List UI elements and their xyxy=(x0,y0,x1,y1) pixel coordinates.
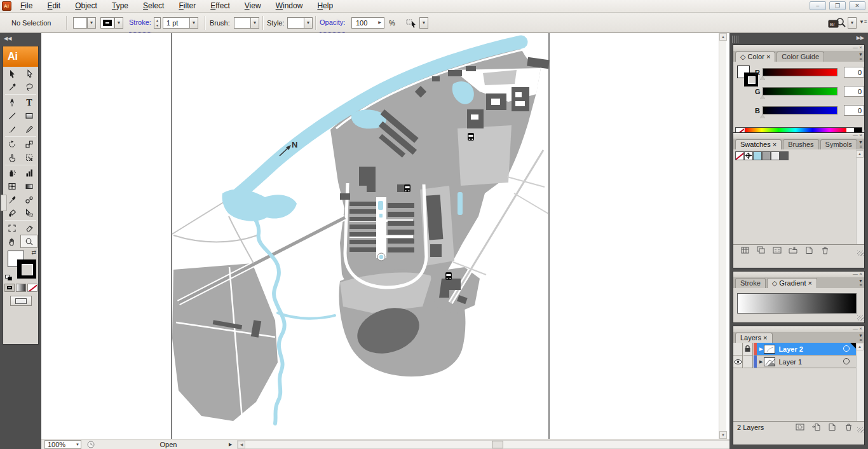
tab-color-guide[interactable]: Color Guide xyxy=(776,52,824,62)
zoom-level-combo[interactable]: 100% ▼ xyxy=(44,440,81,449)
stroke-link[interactable]: Stroke: xyxy=(129,13,151,32)
rotate-tool-icon[interactable] xyxy=(3,137,20,151)
tools-collapse-button[interactable]: ◀◀ xyxy=(0,34,41,43)
eraser-tool-icon[interactable] xyxy=(20,221,37,235)
document-canvas[interactable]: N xyxy=(41,33,719,439)
chevron-down-icon[interactable]: ▼ xyxy=(304,18,312,28)
layer-row-layer1[interactable]: ▶ Layer 1 xyxy=(733,356,856,368)
opacity-field[interactable]: 100 ▶ xyxy=(351,17,384,29)
tab-color[interactable]: ◇ Color × xyxy=(735,52,775,62)
default-fill-stroke-icon[interactable] xyxy=(5,275,13,281)
swatch-options-icon[interactable] xyxy=(770,246,784,256)
tab-symbols[interactable]: Symbols xyxy=(820,139,857,149)
stroke-weight-stepper[interactable]: ▲ ▼ xyxy=(154,17,161,29)
chevron-down-icon[interactable]: ▼ xyxy=(848,18,856,28)
menu-type[interactable]: Type xyxy=(105,0,135,12)
close-icon[interactable]: × xyxy=(773,141,776,148)
panel-menu-icon[interactable]: ▼≡ xyxy=(858,333,863,342)
scale-tool-icon[interactable] xyxy=(20,137,37,151)
symbol-sprayer-tool-icon[interactable] xyxy=(3,166,20,179)
chevron-down-icon[interactable]: ▼ xyxy=(87,18,95,28)
delete-layer-icon[interactable] xyxy=(841,423,855,432)
gradient-mode-button[interactable] xyxy=(16,284,26,292)
lasso-tool-icon[interactable] xyxy=(20,80,37,93)
stroke-dropdown[interactable]: ▼ xyxy=(114,17,123,29)
tab-layers[interactable]: Layers × xyxy=(735,333,773,343)
restore-button[interactable]: ❐ xyxy=(829,1,846,10)
blue-slider[interactable] xyxy=(763,106,837,114)
horizontal-scroll-thumb[interactable] xyxy=(492,441,503,448)
menu-view[interactable]: View xyxy=(238,0,268,12)
dock-grip[interactable] xyxy=(732,36,738,43)
menu-help[interactable]: Help xyxy=(311,0,339,12)
spin-up-icon[interactable]: ▲ xyxy=(154,18,160,23)
tab-stroke[interactable]: Stroke xyxy=(735,278,766,288)
crop-area-tool-icon[interactable] xyxy=(3,221,20,235)
red-slider-thumb[interactable] xyxy=(760,76,765,80)
layer-row-layer2[interactable]: ▶ Layer 2 xyxy=(733,343,856,356)
panel-close-icon[interactable]: × xyxy=(859,45,862,50)
fill-swatch[interactable] xyxy=(73,17,87,29)
menu-edit[interactable]: Edit xyxy=(41,0,67,12)
new-layer-icon[interactable] xyxy=(825,423,839,432)
visibility-toggle[interactable] xyxy=(733,343,743,356)
panel-minimize-icon[interactable]: — xyxy=(853,132,858,138)
mesh-tool-icon[interactable] xyxy=(3,179,20,193)
tab-brushes[interactable]: Brushes xyxy=(783,139,818,149)
status-text[interactable]: Open xyxy=(111,440,226,449)
panel-close-icon[interactable]: × xyxy=(859,271,862,277)
pen-tool-icon[interactable] xyxy=(3,95,20,109)
layers-scrollbar[interactable]: ▲ ▼ xyxy=(856,343,864,432)
opacity-arrow-icon[interactable]: ▶ xyxy=(376,18,384,28)
chevron-down-icon[interactable]: ▼ xyxy=(114,18,123,28)
close-icon[interactable]: × xyxy=(763,334,767,342)
chevron-down-icon[interactable]: ▼ xyxy=(76,441,79,449)
hand-tool-icon[interactable] xyxy=(3,235,20,248)
chevron-down-icon[interactable]: ▼ xyxy=(189,18,198,28)
tab-swatches[interactable]: Swatches × xyxy=(735,139,782,149)
scroll-up-icon[interactable]: ▲ xyxy=(856,343,864,350)
scroll-left-icon[interactable]: ◀ xyxy=(238,441,245,448)
panel-menu-icon[interactable]: ▼≡ xyxy=(858,279,863,287)
panel-close-icon[interactable]: × xyxy=(859,132,862,138)
spin-down-icon[interactable]: ▼ xyxy=(154,23,160,28)
workspace-menu-icon[interactable]: ▼≡ xyxy=(859,13,867,33)
live-paint-selection-tool-icon[interactable] xyxy=(20,206,37,219)
new-swatch-icon[interactable] xyxy=(802,246,816,256)
minimize-button[interactable]: – xyxy=(810,1,826,10)
lock-toggle[interactable] xyxy=(743,356,753,368)
panel-minimize-icon[interactable]: — xyxy=(853,271,858,277)
type-tool-icon[interactable]: T xyxy=(20,95,37,109)
layer-thumbnail[interactable] xyxy=(764,357,775,366)
direct-selection-tool-icon[interactable] xyxy=(20,67,37,80)
red-value-field[interactable]: 0 xyxy=(844,67,864,78)
panel-resize-grip[interactable] xyxy=(857,251,864,256)
swap-fill-stroke-icon[interactable]: ⇄ xyxy=(31,249,36,256)
panel-close-icon[interactable]: × xyxy=(859,326,862,331)
chevron-down-icon[interactable]: ▼ xyxy=(250,18,259,28)
panel-resize-grip[interactable] xyxy=(857,315,864,321)
swatch-registration[interactable] xyxy=(744,151,753,160)
line-segment-tool-icon[interactable] xyxy=(3,109,20,122)
expand-icon[interactable]: ▶ xyxy=(759,347,763,352)
blend-tool-icon[interactable] xyxy=(20,193,37,206)
screen-mode-button[interactable] xyxy=(10,296,32,306)
menu-window[interactable]: Window xyxy=(269,0,309,12)
menu-filter[interactable]: Filter xyxy=(172,0,202,12)
menu-effect[interactable]: Effect xyxy=(204,0,236,12)
delete-swatch-icon[interactable] xyxy=(818,246,832,256)
scroll-up-icon[interactable]: ▲ xyxy=(719,33,727,41)
chevron-down-icon[interactable]: ▼ xyxy=(419,18,428,28)
green-slider-thumb[interactable] xyxy=(760,95,765,99)
swatch-none[interactable] xyxy=(735,151,744,160)
new-color-group-icon[interactable] xyxy=(786,246,800,256)
green-slider[interactable] xyxy=(763,87,837,95)
swatch-light-blue[interactable] xyxy=(753,151,762,160)
blue-value-field[interactable]: 0 xyxy=(844,105,864,116)
new-sublayer-icon[interactable] xyxy=(810,423,824,432)
tab-gradient[interactable]: ◇ Gradient × xyxy=(767,278,817,288)
layer-target-icon[interactable] xyxy=(843,358,850,364)
blue-slider-thumb[interactable] xyxy=(760,114,765,118)
layer-thumbnail[interactable] xyxy=(764,345,775,354)
layer-name[interactable]: Layer 1 xyxy=(778,358,802,366)
